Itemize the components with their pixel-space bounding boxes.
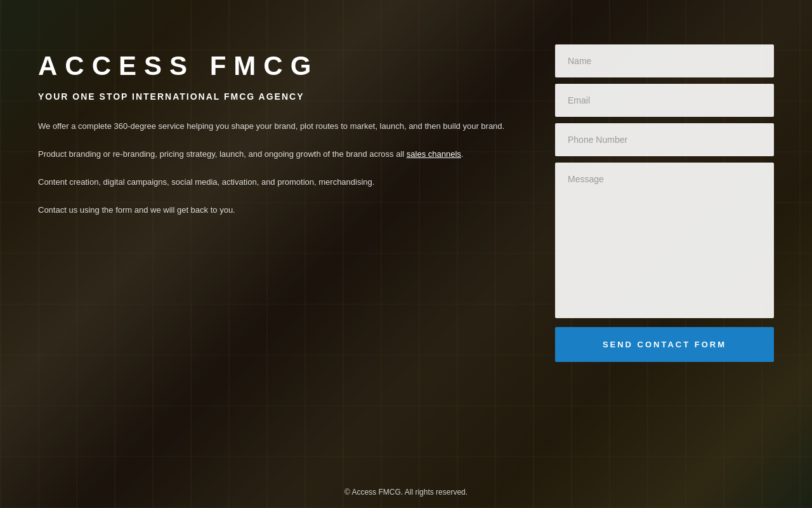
description-2: Product branding or re-branding, pricing… xyxy=(38,147,517,161)
email-input[interactable] xyxy=(555,84,774,117)
sales-channels-link[interactable]: sales channels xyxy=(407,149,461,159)
copyright-text: © Access FMCG. All rights reserved. xyxy=(344,488,468,497)
send-button[interactable]: SEND CONTACT FORM xyxy=(555,327,774,362)
brand-title: ACCESS FMCG xyxy=(38,51,517,81)
description-3: Content creation, digital campaigns, soc… xyxy=(38,175,517,189)
main-content: ACCESS FMCG YOUR ONE STOP INTERNATIONAL … xyxy=(0,0,812,476)
tagline: YOUR ONE STOP INTERNATIONAL FMCG AGENCY xyxy=(38,91,517,102)
description-1: We offer a complete 360-degree service h… xyxy=(38,119,517,133)
left-column: ACCESS FMCG YOUR ONE STOP INTERNATIONAL … xyxy=(38,44,517,231)
page-wrapper: ACCESS FMCG YOUR ONE STOP INTERNATIONAL … xyxy=(0,0,812,508)
name-input[interactable] xyxy=(555,44,774,77)
description-4: Contact us using the form and we will ge… xyxy=(38,203,517,217)
contact-form: SEND CONTACT FORM xyxy=(555,44,774,362)
footer: © Access FMCG. All rights reserved. xyxy=(0,476,812,508)
message-textarea[interactable] xyxy=(555,163,774,318)
phone-input[interactable] xyxy=(555,123,774,156)
